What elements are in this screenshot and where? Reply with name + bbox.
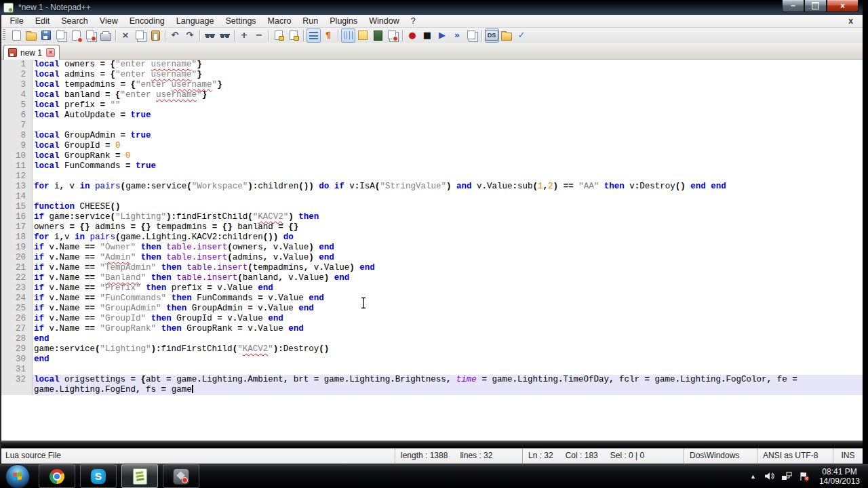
code-line: 15function CHEESE() <box>1 202 863 212</box>
code-text: local banland = {"enter username"} <box>33 90 863 100</box>
action-center-icon[interactable] <box>799 472 810 481</box>
dspellcheck-icon[interactable]: DS <box>485 28 499 43</box>
close-all-files-icon[interactable] <box>84 28 98 43</box>
taskbar-app-screen-recorder[interactable] <box>163 464 199 488</box>
macro-record-icon[interactable]: ● <box>406 28 420 43</box>
line-number: 21 <box>1 263 33 273</box>
clock-time: 08:41 PM <box>819 467 860 476</box>
start-button[interactable] <box>5 464 30 488</box>
status-doc-type: Lua source File <box>0 449 395 464</box>
status-bar: Lua source File length : 1388lines : 32 … <box>0 448 863 464</box>
line-number: 19 <box>1 243 33 253</box>
toolbar-grip[interactable] <box>3 29 5 41</box>
minimize-button[interactable]: – <box>782 0 804 12</box>
zoom-out-icon: − <box>256 29 263 41</box>
word-wrap-icon[interactable] <box>307 28 321 43</box>
hidden-icons-button[interactable]: ▲ <box>750 473 756 480</box>
code-line: 10local GroupRank = 0 <box>1 151 863 161</box>
new-file-icon[interactable] <box>9 28 24 43</box>
sync-vertical-scroll-icon <box>275 30 283 40</box>
replace-icon <box>220 32 230 39</box>
macro-save-icon[interactable] <box>465 28 479 43</box>
menu-item-search[interactable]: Search <box>56 15 94 27</box>
menu-item-view[interactable]: View <box>94 15 123 27</box>
code-text: if v.Name == "GroupId" then GroupId = v.… <box>33 314 863 324</box>
print-icon[interactable] <box>99 28 113 43</box>
spell-check-icon[interactable]: ✓ <box>515 28 529 43</box>
undo-icon[interactable]: ↶ <box>168 28 182 43</box>
save-all-icon[interactable] <box>54 28 68 43</box>
menu-item-encoding[interactable]: Encoding <box>123 15 170 27</box>
taskbar-app-chrome[interactable] <box>39 464 75 488</box>
code-text: function CHEESE() <box>33 202 863 212</box>
paste-icon[interactable] <box>149 28 163 43</box>
menu-item-file[interactable]: File <box>4 15 29 27</box>
sync-horizontal-scroll-icon[interactable] <box>287 28 301 43</box>
indent-guide-icon[interactable] <box>341 28 355 43</box>
menu-item-help[interactable]: ? <box>405 15 421 27</box>
maximize-button[interactable] <box>804 0 827 12</box>
recorder-icon <box>173 468 189 485</box>
doc-switcher-icon[interactable] <box>386 28 400 43</box>
close-file-icon[interactable] <box>69 28 83 43</box>
menu-item-macro[interactable]: Macro <box>262 15 297 27</box>
toolbar-separator <box>402 30 403 41</box>
menubar-close-doc-button[interactable]: x <box>848 15 853 27</box>
code-line: 21if v.Name == "TempAdmin" then table.in… <box>1 263 863 273</box>
zoom-out-icon[interactable]: − <box>252 28 267 43</box>
clock-date: 14/09/2013 <box>819 476 860 486</box>
screen: *new 1 - Notepad++ – × FileEditSearchVie… <box>0 0 868 488</box>
code-line: 5local prefix = "" <box>1 100 863 110</box>
sync-vertical-scroll-icon[interactable] <box>272 28 286 43</box>
macro-save-icon <box>467 30 475 39</box>
tab-close-icon[interactable]: × <box>46 48 55 57</box>
code-line: 14 <box>1 192 863 202</box>
code-line: 31 <box>1 365 863 375</box>
find-icon <box>205 32 215 39</box>
redo-icon[interactable]: ↷ <box>183 28 197 43</box>
code-line: 25if v.Name == "GroupAdmin" then GroupAd… <box>1 304 863 314</box>
code-line: 22if v.Name == "Banland" then table.inse… <box>1 273 863 283</box>
code-line: 7 <box>1 121 863 131</box>
cut-icon[interactable]: × <box>119 28 133 43</box>
replace-icon[interactable] <box>218 28 232 43</box>
taskbar-clock[interactable]: 08:41 PM 14/09/2013 <box>819 467 860 486</box>
line-number: 20 <box>1 253 33 263</box>
taskbar-app-skype[interactable]: S <box>80 464 117 488</box>
save-icon[interactable] <box>39 28 54 43</box>
zoom-in-icon[interactable]: + <box>237 28 252 43</box>
taskbar-app-notepad-plus-plus[interactable] <box>121 464 158 488</box>
menu-item-edit[interactable]: Edit <box>29 15 56 27</box>
copy-icon[interactable] <box>134 28 148 43</box>
menu-item-plugins[interactable]: Plugins <box>324 15 363 27</box>
line-number: 13 <box>1 182 33 192</box>
show-all-characters-icon[interactable]: ¶ <box>321 28 336 43</box>
macro-stop-icon[interactable]: ■ <box>420 28 435 43</box>
line-number: 12 <box>1 171 33 182</box>
document-map-icon[interactable] <box>371 28 385 43</box>
menu-item-language[interactable]: Language <box>170 15 220 27</box>
menu-item-window[interactable]: Window <box>363 15 405 27</box>
code-line: 18for i,v in pairs(game.Lighting.KACV2:c… <box>1 232 863 243</box>
macro-play-icon[interactable]: ▶ <box>435 28 450 43</box>
function-list-icon[interactable] <box>356 28 370 43</box>
open-file-icon[interactable] <box>24 28 39 43</box>
dspellcheck-settings-icon[interactable] <box>500 28 514 43</box>
line-number: 7 <box>1 121 33 131</box>
menu-item-settings[interactable]: Settings <box>220 15 262 27</box>
line-number: 6 <box>1 110 33 121</box>
code-text: if v.Name == "FunCommands" then FunComma… <box>33 293 863 304</box>
code-text <box>33 192 863 202</box>
code-text: for i, v in pairs(game:service("Workspac… <box>33 182 863 192</box>
find-icon[interactable] <box>203 28 217 43</box>
line-number: 22 <box>1 273 33 283</box>
close-button[interactable]: × <box>827 0 859 12</box>
line-number <box>1 385 33 395</box>
volume-icon[interactable] <box>764 472 774 481</box>
menu-item-run[interactable]: Run <box>297 15 324 27</box>
network-icon[interactable] <box>781 472 792 481</box>
macro-run-multiple-icon[interactable]: » <box>450 28 465 43</box>
title-bar[interactable]: *new 1 - Notepad++ – × <box>0 0 868 15</box>
editor[interactable]: 1local owners = {"enter username"}2local… <box>1 60 863 441</box>
tab-new-1[interactable]: new 1 × <box>3 45 60 60</box>
